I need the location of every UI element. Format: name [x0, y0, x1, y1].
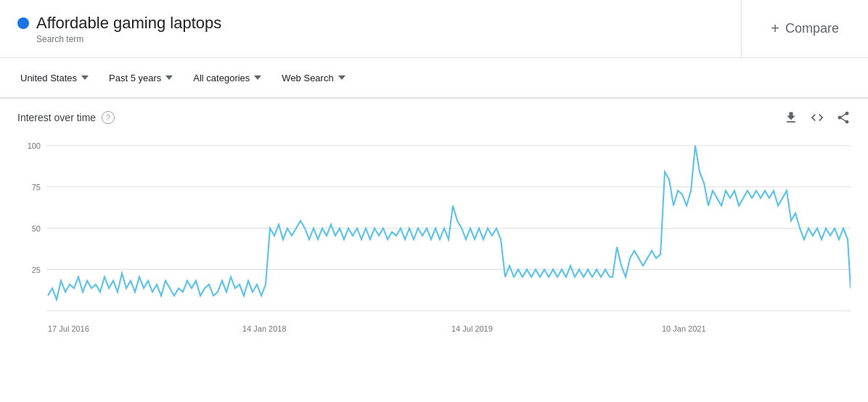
location-filter[interactable]: United States	[12, 67, 97, 89]
svg-text:100: 100	[28, 141, 41, 150]
search-term-title: Affordable gaming laptops	[36, 14, 221, 33]
svg-text:17 Jul 2016: 17 Jul 2016	[48, 324, 89, 333]
svg-text:50: 50	[32, 223, 41, 232]
svg-text:10 Jan 2021: 10 Jan 2021	[662, 324, 706, 333]
chart-header: Interest over time ?	[17, 110, 851, 125]
location-chevron-icon	[81, 75, 89, 80]
trend-chart: 100 75 50 25 17 Jul 2016 14 Jan 2018 14 …	[17, 131, 851, 348]
svg-text:25: 25	[32, 265, 41, 274]
svg-text:75: 75	[32, 183, 41, 192]
filters-bar: United States Past 5 years All categorie…	[0, 58, 868, 99]
search-term-section: Affordable gaming laptops Search term	[0, 0, 742, 57]
period-filter[interactable]: Past 5 years	[100, 67, 181, 89]
share-icon[interactable]	[836, 110, 851, 125]
search-term-row: Affordable gaming laptops	[17, 14, 724, 33]
chart-title-row: Interest over time ?	[17, 111, 115, 124]
chart-actions	[784, 110, 851, 125]
category-label: All categories	[193, 73, 250, 83]
period-label: Past 5 years	[109, 73, 161, 83]
compare-button[interactable]: + Compare	[742, 0, 868, 57]
search-term-dot	[17, 17, 29, 29]
download-icon[interactable]	[784, 110, 798, 125]
search-term-label: Search term	[36, 34, 724, 44]
chart-title: Interest over time	[17, 112, 96, 123]
search-type-filter[interactable]: Web Search	[273, 67, 353, 89]
embed-icon[interactable]	[810, 110, 824, 125]
svg-text:14 Jan 2018: 14 Jan 2018	[242, 324, 287, 333]
chart-section: Interest over time ?	[0, 99, 868, 348]
period-chevron-icon	[165, 75, 173, 80]
search-type-chevron-icon	[338, 75, 345, 80]
compare-label: Compare	[785, 21, 839, 36]
category-chevron-icon	[254, 75, 261, 80]
help-icon[interactable]: ?	[102, 111, 115, 124]
header: Affordable gaming laptops Search term + …	[0, 0, 868, 58]
chart-container: 100 75 50 25 17 Jul 2016 14 Jan 2018 14 …	[17, 131, 851, 348]
compare-plus-icon: +	[771, 20, 779, 37]
location-label: United States	[20, 73, 77, 83]
svg-text:14 Jul 2019: 14 Jul 2019	[451, 324, 493, 333]
category-filter[interactable]: All categories	[184, 67, 270, 89]
search-type-label: Web Search	[282, 73, 333, 83]
